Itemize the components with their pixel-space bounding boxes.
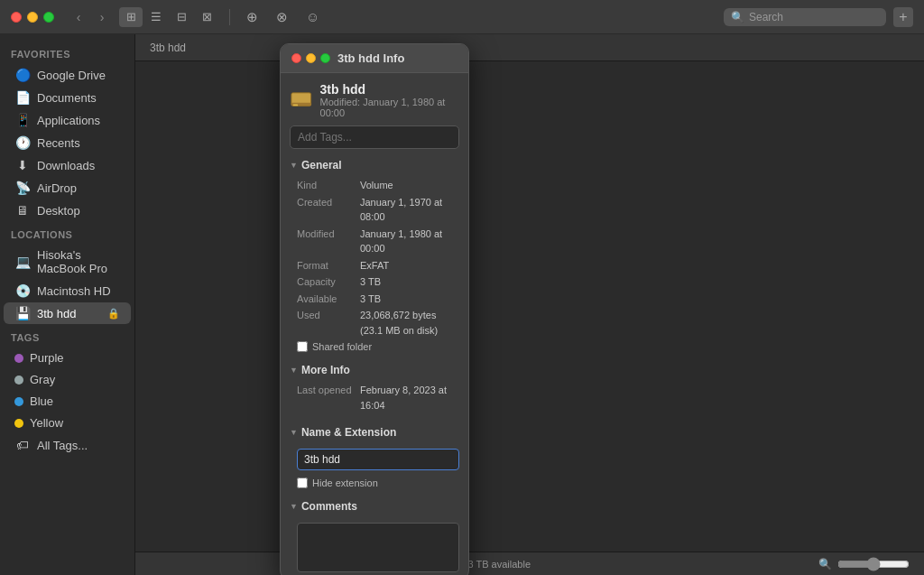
main-content: Favorites 🔵 Google Drive 📄 Documents 📱 A…	[0, 34, 924, 575]
sidebar-item-macintosh-hd[interactable]: 💿 Macintosh HD	[4, 280, 131, 301]
search-input[interactable]	[749, 11, 879, 23]
general-label: General	[301, 159, 342, 172]
more-info-label: More Info	[301, 364, 350, 376]
favorites-section-label: Favorites	[0, 42, 134, 63]
file-area-container: 3tb hdd 2 items, 3 TB available 🔍 3tb hd…	[135, 34, 924, 575]
sidebar-item-label: Purple	[30, 351, 64, 365]
general-section-header[interactable]: ▼ General	[290, 156, 459, 174]
zoom-out-icon: 🔍	[818, 558, 832, 570]
hide-extension-label: Hide extension	[312, 478, 378, 488]
sidebar-item-hisoka-macbook[interactable]: 💻 Hisoka's MacBook Pro	[4, 245, 131, 279]
name-extension-section: ▼ Name & Extension Hide extension	[290, 423, 459, 492]
general-chevron: ▼	[290, 161, 298, 170]
capacity-value: 3 TB	[360, 274, 381, 290]
file-area	[135, 61, 924, 552]
modified-value: January 1, 1980 at 00:00	[360, 227, 459, 256]
drive-name: 3tb hdd	[320, 82, 459, 97]
add-tab-button[interactable]: +	[893, 7, 913, 27]
minimize-button[interactable]	[27, 12, 38, 23]
locations-section-label: Locations	[0, 222, 134, 244]
maximize-button[interactable]	[43, 12, 54, 23]
sidebar-item-desktop[interactable]: 🖥 Desktop	[4, 199, 131, 221]
gallery-view-button[interactable]: ⊠	[195, 7, 218, 27]
lock-icon: 🔒	[107, 308, 120, 320]
breadcrumb: 3tb hdd	[150, 42, 186, 54]
available-value: 3 TB	[360, 292, 381, 307]
info-close-button[interactable]	[291, 53, 301, 63]
sidebar-item-documents[interactable]: 📄 Documents	[4, 87, 131, 108]
info-panel-body: 3tb hdd Modified: January 1, 1980 at 00:…	[281, 73, 468, 575]
drive-icon-small	[290, 91, 313, 109]
downloads-icon: ⬇	[14, 158, 31, 172]
breadcrumb-bar: 3tb hdd	[135, 34, 924, 61]
last-opened-label: Last opened	[297, 383, 360, 413]
sidebar-item-recents[interactable]: 🕐 Recents	[4, 132, 131, 153]
more-info-section: ▼ More Info Last opened February 8, 2023…	[290, 361, 459, 418]
last-opened-value: February 8, 2023 at 16:04	[360, 383, 459, 413]
share-button[interactable]: ⊗	[271, 6, 293, 28]
name-extension-header[interactable]: ▼ Name & Extension	[290, 423, 459, 441]
comments-section-header[interactable]: ▼ Comments	[290, 497, 459, 515]
drive-info: 3tb hdd Modified: January 1, 1980 at 00:…	[320, 82, 459, 118]
format-value: ExFAT	[360, 258, 389, 274]
column-view-button[interactable]: ⊟	[170, 7, 193, 27]
info-row-format: Format ExFAT	[297, 258, 459, 274]
sidebar-item-downloads[interactable]: ⬇ Downloads	[4, 154, 131, 176]
documents-icon: 📄	[14, 90, 31, 105]
sidebar-item-purple[interactable]: Purple	[4, 348, 131, 368]
tags-section-label: Tags	[0, 325, 134, 347]
sidebar-item-3tb-hdd[interactable]: 💾 3tb hdd 🔒	[4, 302, 131, 324]
name-input[interactable]	[297, 449, 459, 470]
sidebar-item-all-tags[interactable]: 🏷 All Tags...	[4, 434, 131, 456]
sidebar: Favorites 🔵 Google Drive 📄 Documents 📱 A…	[0, 34, 135, 575]
list-view-button[interactable]: ☰	[144, 7, 168, 27]
name-extension-label: Name & Extension	[301, 426, 396, 439]
hide-extension-row: Hide extension	[297, 478, 459, 488]
kind-value: Volume	[360, 178, 393, 193]
forward-button[interactable]: ›	[92, 7, 112, 27]
sidebar-item-label: Hisoka's MacBook Pro	[37, 248, 120, 275]
search-icon: 🔍	[731, 11, 744, 23]
sidebar-item-applications[interactable]: 📱 Applications	[4, 109, 131, 131]
traffic-lights	[11, 12, 54, 23]
macintosh-hd-icon: 💿	[14, 283, 31, 298]
hide-extension-checkbox[interactable]	[297, 478, 308, 488]
group-button[interactable]: ⊕	[241, 6, 263, 28]
info-row-created: Created January 1, 1970 at 08:00	[297, 195, 459, 225]
sidebar-item-google-drive[interactable]: 🔵 Google Drive	[4, 64, 131, 86]
status-bar: 2 items, 3 TB available 🔍	[135, 552, 924, 575]
icon-view-button[interactable]: ⊞	[119, 7, 143, 27]
sidebar-item-yellow[interactable]: Yellow	[4, 413, 131, 433]
general-section: ▼ General Kind Volume Created January 1,…	[290, 156, 459, 356]
drive-modified: Modified: January 1, 1980 at 00:00	[320, 97, 459, 118]
macbook-icon: 💻	[14, 255, 31, 269]
blue-tag-dot	[14, 397, 23, 406]
sidebar-item-label: Blue	[30, 394, 53, 408]
general-section-body: Kind Volume Created January 1, 1970 at 0…	[290, 174, 459, 356]
close-button[interactable]	[11, 12, 22, 23]
kind-label: Kind	[297, 178, 360, 193]
info-row-last-opened: Last opened February 8, 2023 at 16:04	[297, 383, 459, 413]
sidebar-item-blue[interactable]: Blue	[4, 391, 131, 412]
zoom-range[interactable]	[837, 557, 910, 571]
info-maximize-button[interactable]	[320, 53, 330, 63]
sidebar-item-gray[interactable]: Gray	[4, 369, 131, 390]
info-row-capacity: Capacity 3 TB	[297, 274, 459, 290]
shared-folder-checkbox[interactable]	[297, 341, 308, 352]
tag-button[interactable]: ☺	[300, 6, 325, 27]
sidebar-item-label: Downloads	[37, 159, 95, 172]
sidebar-item-airdrop[interactable]: 📡 AirDrop	[4, 177, 131, 199]
comments-textarea[interactable]	[297, 523, 459, 572]
google-drive-icon: 🔵	[14, 68, 31, 82]
tags-input[interactable]	[290, 125, 459, 149]
used-label: Used	[297, 308, 360, 338]
more-info-section-header[interactable]: ▼ More Info	[290, 361, 459, 379]
capacity-label: Capacity	[297, 274, 360, 290]
comments-chevron: ▼	[290, 502, 298, 511]
desktop-icon: 🖥	[14, 203, 31, 218]
search-bar[interactable]: 🔍	[724, 8, 886, 26]
more-info-section-body: Last opened February 8, 2023 at 16:04	[290, 379, 459, 418]
status-text: 2 items, 3 TB available	[150, 559, 811, 570]
info-minimize-button[interactable]	[306, 53, 316, 63]
back-button[interactable]: ‹	[69, 7, 88, 27]
